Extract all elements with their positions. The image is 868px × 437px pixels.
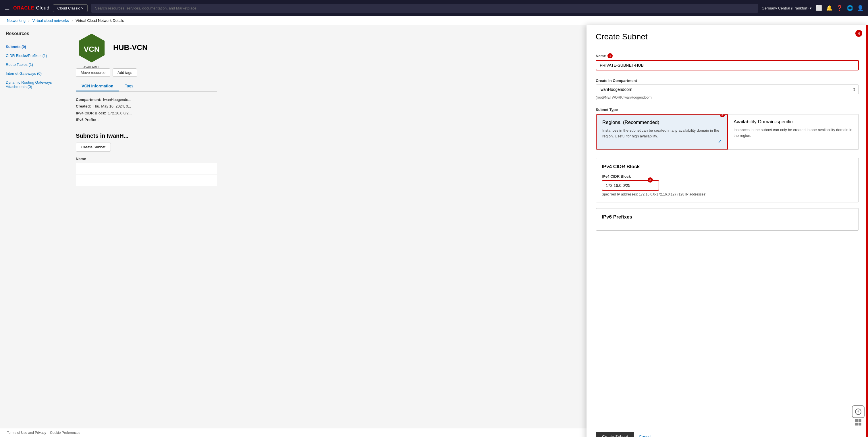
sidebar-item-internet-gateways[interactable]: Internet Gateways (0) xyxy=(0,69,69,78)
created-label: Created: xyxy=(76,103,91,110)
created-value: Thu, May 16, 2024, 0... xyxy=(93,103,131,110)
step3-badge: 3 xyxy=(648,177,653,182)
subnet-type-section: Subnet Type 2 Regional (Recommended) Ins… xyxy=(596,108,859,150)
resources-sidebar: Resources Subnets (0) CIDR Blocks/Prefix… xyxy=(0,25,69,436)
compartment-select[interactable]: IwanHoogendoorn xyxy=(596,85,859,94)
hamburger-menu-icon[interactable]: ☰ xyxy=(5,5,10,11)
ipv4-section-title: IPv4 CIDR Block xyxy=(602,164,853,170)
console-icon[interactable]: ⬜ xyxy=(816,5,822,11)
create-subnet-submit-button[interactable]: Create Subnet xyxy=(596,432,634,437)
cancel-button[interactable]: Cancel xyxy=(639,432,651,437)
overlay-scrollable-content[interactable]: Name 1 Create In Compartment IwanHoogend… xyxy=(587,46,868,427)
top-navigation: ☰ ORACLE Cloud Cloud Classic > Germany C… xyxy=(0,0,868,16)
step4-badge: 4 xyxy=(855,30,862,37)
svg-text:VCN: VCN xyxy=(84,45,100,54)
cloud-classic-button[interactable]: Cloud Classic > xyxy=(53,4,88,12)
regional-check-icon: ✓ xyxy=(718,139,721,144)
vcn-details-info: Compartment: IwanHoogendo... Created: Th… xyxy=(69,92,224,128)
subnets-section: Subnets in IwanH... Create Subnet Name xyxy=(69,128,224,191)
vcn-actions: Move resource Add tags xyxy=(69,68,224,81)
user-icon[interactable]: 👤 xyxy=(857,5,863,11)
table-header-name: Name xyxy=(76,155,217,163)
nav-right: Germany Central (Frankfurt) ▾ ⬜ 🔔 ❓ 🌐 👤 xyxy=(762,5,863,11)
help-icon[interactable]: ❓ xyxy=(836,5,843,11)
compartment-select-wrap: IwanHoogendoorn ⇕ xyxy=(596,85,859,94)
tab-tags[interactable]: Tags xyxy=(119,81,139,91)
availability-card-desc: Instances in the subnet can only be crea… xyxy=(734,127,853,138)
footer-left: Terms of Use and Privacy Cookie Preferen… xyxy=(7,431,80,435)
breadcrumb-networking[interactable]: Networking xyxy=(7,19,26,23)
regional-card-desc: Instances in the subnet can be created i… xyxy=(602,128,721,139)
breadcrumb-vcn-list[interactable]: Virtual cloud networks xyxy=(32,19,69,23)
step2-badge: 2 xyxy=(720,114,725,117)
ipv4-cidr-label: IPv4 CIDR Block xyxy=(602,174,853,178)
compartment-field-label: Create In Compartment xyxy=(596,79,859,83)
availability-card-title: Availability Domain-specific xyxy=(734,119,853,125)
subnets-title: Subnets in IwanH... xyxy=(76,133,217,139)
ipv6-value: - xyxy=(98,116,99,123)
sidebar-item-drg[interactable]: Dynamic Routing Gateways Attachments (0) xyxy=(0,78,69,91)
vcn-header: VCN AVAILABLE HUB-VCN xyxy=(69,25,224,68)
ipv4-hint: Specified IP addresses: 172.16.0.0-172.1… xyxy=(602,192,853,196)
vcn-status-label: AVAILABLE xyxy=(76,65,107,69)
subnet-type-availability[interactable]: Availability Domain-specific Instances i… xyxy=(728,114,859,149)
help-widget: ? xyxy=(852,405,865,426)
overlay-actions: Create Subnet Cancel xyxy=(587,427,868,437)
notification-icon[interactable]: 🔔 xyxy=(826,5,832,11)
cookie-preferences-link[interactable]: Cookie Preferences xyxy=(50,431,80,435)
ipv4-cidr-field-wrap: 3 xyxy=(602,180,853,191)
svg-text:?: ? xyxy=(857,410,859,414)
ipv6-section: IPv6 Prefixes xyxy=(596,208,859,231)
help-widget-grid xyxy=(855,419,861,426)
breadcrumb: Networking › Virtual cloud networks › Vi… xyxy=(0,16,868,25)
name-section: Name 1 xyxy=(596,53,859,70)
create-subnet-button[interactable]: Create Subnet xyxy=(76,143,111,151)
sidebar-item-route-tables[interactable]: Route Tables (1) xyxy=(0,60,69,69)
ipv4-section: IPv4 CIDR Block IPv4 CIDR Block 3 Specif… xyxy=(596,158,859,202)
breadcrumb-current: Virtual Cloud Network Details xyxy=(75,19,124,23)
step1-badge: 1 xyxy=(608,53,613,58)
oracle-logo: ORACLE Cloud xyxy=(13,5,50,11)
table-empty-row-1 xyxy=(76,163,217,175)
vcn-details-panel: VCN AVAILABLE HUB-VCN Move resource Add … xyxy=(69,25,224,436)
compartment-section: Create In Compartment IwanHoogendoorn ⇕ … xyxy=(596,79,859,99)
table-empty-row-2 xyxy=(76,175,217,186)
scroll-bar[interactable] xyxy=(866,25,868,437)
compartment-hint: (root)/NETWORK/IwanHoogendoorn xyxy=(596,95,859,99)
search-input[interactable] xyxy=(91,4,758,13)
ipv6-section-title: IPv6 Prefixes xyxy=(602,214,853,220)
vcn-hexagon-icon: VCN AVAILABLE xyxy=(76,32,107,64)
regional-card-title: Regional (Recommended) xyxy=(602,120,721,125)
ipv4-label: IPv4 CIDR Block: xyxy=(76,110,106,116)
sidebar-item-subnets[interactable]: Subnets (0) xyxy=(0,42,69,51)
ipv4-value: 172.16.0.0/2... xyxy=(108,110,131,116)
help-widget-icon[interactable]: ? xyxy=(852,405,865,418)
subnet-type-regional[interactable]: 2 Regional (Recommended) Instances in th… xyxy=(596,114,728,149)
language-icon[interactable]: 🌐 xyxy=(847,5,853,11)
move-resource-button[interactable]: Move resource xyxy=(76,68,110,77)
resources-title: Resources xyxy=(0,31,69,40)
region-selector[interactable]: Germany Central (Frankfurt) ▾ xyxy=(762,6,812,10)
add-tags-button[interactable]: Add tags xyxy=(113,68,137,77)
vcn-title: HUB-VCN xyxy=(113,43,148,52)
create-subnet-panel: 4 Create Subnet Name 1 Create In Compart… xyxy=(587,25,868,437)
overlay-header: Create Subnet xyxy=(587,25,868,46)
main-layout: Resources Subnets (0) CIDR Blocks/Prefix… xyxy=(0,25,868,436)
subnet-type-row: 2 Regional (Recommended) Instances in th… xyxy=(596,114,859,150)
terms-link[interactable]: Terms of Use and Privacy xyxy=(7,431,46,435)
vcn-tabs: VCN Information Tags xyxy=(76,81,217,92)
subnet-type-label: Subnet Type xyxy=(596,108,618,112)
region-chevron-icon: ▾ xyxy=(810,6,812,10)
sidebar-item-cidr[interactable]: CIDR Blocks/Prefixes (1) xyxy=(0,51,69,60)
compartment-label: Compartment: xyxy=(76,96,101,103)
ipv6-label: IPv6 Prefix: xyxy=(76,116,96,123)
overlay-title: Create Subnet xyxy=(596,32,648,41)
name-field-label: Name xyxy=(596,54,606,58)
region-label: Germany Central (Frankfurt) xyxy=(762,6,809,10)
tab-vcn-information[interactable]: VCN Information xyxy=(76,81,119,91)
compartment-value: IwanHoogendo... xyxy=(103,96,131,103)
subnet-name-input[interactable] xyxy=(596,60,859,70)
